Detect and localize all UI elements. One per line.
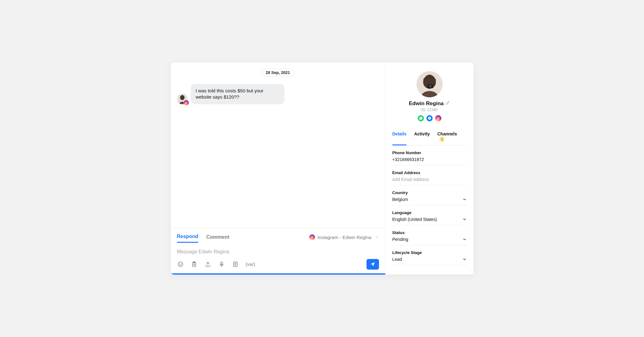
channel-picker[interactable]: Instagram - Edwin Regina [309, 234, 379, 240]
upload-icon[interactable] [204, 261, 211, 268]
lifecycle-select[interactable]: Lead [392, 257, 467, 262]
tab-channels[interactable]: Channels 1 [437, 128, 459, 145]
svg-point-25 [429, 85, 431, 87]
message-bubble: I was told this costs $50 but your websi… [191, 84, 284, 104]
chevron-down-icon [375, 235, 379, 240]
emoji-icon[interactable] [177, 261, 184, 268]
svg-point-7 [312, 237, 312, 237]
instagram-icon [184, 100, 189, 105]
edit-icon[interactable] [445, 101, 450, 106]
svg-point-10 [179, 264, 180, 264]
message-input[interactable]: Message Edwin Regina [177, 247, 379, 259]
profile-header: Edwin Regina ID: 12345 [392, 71, 467, 121]
language-value: English (United States) [392, 217, 437, 222]
email-placeholder[interactable]: Add Email Address [392, 177, 467, 182]
message-avatar [177, 94, 188, 104]
phone-value[interactable]: +321846631872 [392, 157, 467, 162]
tab-channels-label: Channels [437, 131, 457, 136]
message-thread: 28 Sep, 2021 [171, 62, 385, 228]
send-button[interactable] [366, 259, 379, 270]
field-country: Country Belgium [392, 185, 467, 205]
contact-sidebar: Edwin Regina ID: 12345 [386, 62, 474, 275]
svg-point-8 [313, 236, 313, 237]
profile-id: ID: 12345 [392, 108, 467, 112]
profile-avatar [416, 71, 443, 97]
tab-details[interactable]: Details [392, 128, 407, 145]
date-chip: 28 Sep, 2021 [262, 69, 294, 76]
tab-comment[interactable]: Comment [206, 234, 229, 242]
email-label: Email Address [392, 170, 467, 175]
microphone-icon[interactable] [218, 261, 225, 268]
phone-label: Phone Number [392, 150, 467, 155]
svg-point-27 [438, 118, 439, 119]
country-select[interactable]: Belgium [392, 197, 467, 202]
field-language: Language English (United States) [392, 205, 467, 225]
chevron-down-icon [462, 237, 467, 242]
svg-point-5 [187, 102, 187, 102]
composer-toolbar: {var} [177, 259, 379, 273]
channel-icons [392, 115, 467, 121]
profile-name: Edwin Regina [409, 100, 444, 107]
message-row: I was told this costs $50 but your websi… [177, 84, 379, 104]
date-row: 28 Sep, 2021 [177, 69, 379, 76]
tool-group: {var} [177, 261, 255, 268]
language-select[interactable]: English (United States) [392, 217, 467, 222]
svg-point-9 [178, 262, 183, 267]
svg-point-28 [439, 117, 439, 118]
field-lifecycle: Lifecycle Stage Lead [392, 245, 467, 265]
status-label: Status [392, 230, 467, 235]
instagram-icon[interactable] [435, 115, 441, 121]
chevron-down-icon [462, 197, 467, 202]
lifecycle-value: Lead [392, 257, 402, 262]
field-email: Email Address Add Email Address [392, 165, 467, 185]
messenger-icon[interactable] [426, 115, 433, 121]
field-status: Status Pending [392, 225, 467, 245]
tab-activity[interactable]: Activity [414, 128, 430, 145]
svg-rect-16 [221, 262, 222, 265]
bottom-accent-bar [171, 273, 385, 275]
channels-badge: 1 [439, 136, 445, 142]
profile-name-row: Edwin Regina [392, 100, 467, 107]
channel-picker-label: Instagram - Edwin Regina [317, 235, 371, 240]
status-value: Pending [392, 237, 408, 242]
svg-point-11 [181, 264, 181, 264]
app-window: 28 Sep, 2021 [171, 62, 474, 275]
composer: Respond Comment Instagram - Edwin Regina… [171, 228, 385, 273]
lifecycle-label: Lifecycle Stage [392, 250, 467, 255]
sidebar-tabs: Details Activity Channels 1 [392, 128, 467, 145]
language-label: Language [392, 210, 467, 215]
tab-respond[interactable]: Respond [177, 234, 198, 243]
chevron-down-icon [462, 217, 467, 222]
country-value: Belgium [392, 197, 408, 202]
conversation-pane: 28 Sep, 2021 [171, 62, 386, 275]
instagram-icon [309, 234, 315, 240]
whatsapp-icon[interactable] [418, 115, 424, 121]
chevron-down-icon [462, 257, 467, 261]
snippet-icon[interactable] [232, 261, 239, 268]
variable-button[interactable]: {var} [246, 262, 255, 267]
country-label: Country [392, 190, 467, 195]
svg-point-4 [186, 102, 187, 103]
clipboard-icon[interactable] [191, 261, 198, 268]
field-phone: Phone Number +321846631872 [392, 145, 467, 165]
status-select[interactable]: Pending [392, 237, 467, 242]
